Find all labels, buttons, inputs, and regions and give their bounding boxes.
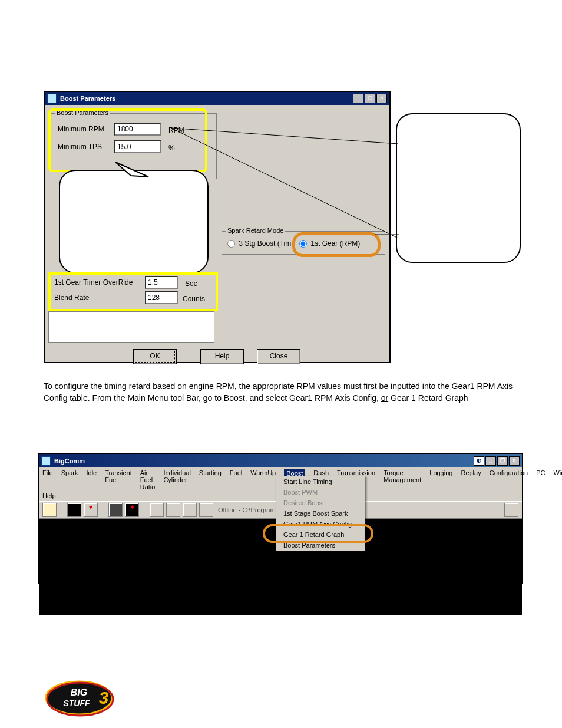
blank-panel-left [48, 311, 214, 343]
min-tps-unit: % [168, 144, 175, 152]
menu-spark[interactable]: Spark [61, 469, 78, 490]
toolbar-btn-10[interactable] [504, 503, 518, 517]
bigstuff3-logo: BIG STUFF 3 [44, 678, 114, 717]
toolbar-btn-1[interactable] [42, 503, 57, 517]
override-label: 1st Gear Timer OverRide [54, 278, 133, 286]
bigcomm-close-button[interactable]: × [509, 456, 520, 466]
blend-label: Blend Rate [54, 294, 89, 302]
callout-box-right [396, 113, 521, 263]
toolbar-btn-6[interactable] [150, 503, 164, 517]
menu-individual-cylinder[interactable]: Individual Cylinder [163, 469, 190, 490]
menu-air-fuel-ratio[interactable]: Air Fuel Ratio [140, 469, 156, 490]
radio-1st-gear-rpm[interactable]: 1st Gear (RPM) [299, 239, 360, 248]
menu-replay[interactable]: Replay [461, 469, 481, 490]
toolbar-btn-4[interactable] [108, 503, 123, 517]
boost-dropdown-menu: Start Line TimingBoost PWMDesired Boost1… [276, 476, 365, 551]
min-tps-input[interactable] [114, 140, 161, 153]
menu-warmup[interactable]: WarmUp [250, 469, 276, 490]
menu-starting[interactable]: Starting [199, 469, 222, 490]
menu-pc[interactable]: PC [536, 469, 545, 490]
menu-item-desired-boost: Desired Boost [276, 498, 365, 508]
close-button[interactable]: Close [257, 349, 300, 364]
spark-retard-mode-title: Spark Retard Mode [226, 227, 285, 234]
bigcomm-titlebar: BigComm ◐ _ ❐ × [39, 453, 522, 467]
menu-item-start-line-timing[interactable]: Start Line Timing [276, 476, 365, 487]
menu-logging[interactable]: Logging [429, 469, 452, 490]
min-rpm-label: Minimum RPM [58, 125, 104, 133]
toolbar-btn-9[interactable] [199, 503, 213, 517]
blend-input[interactable] [145, 291, 178, 304]
menu-idle[interactable]: Idle [87, 469, 97, 490]
svg-text:STUFF: STUFF [63, 699, 90, 708]
menu-item-1st-stage-boost-spark[interactable]: 1st Stage Boost Spark [276, 508, 365, 519]
min-rpm-input[interactable] [114, 123, 161, 136]
document-paragraph: To configure the timing retard based on … [44, 380, 527, 404]
menu-help[interactable]: Help [42, 492, 56, 499]
svg-text:BIG: BIG [71, 687, 87, 697]
menu-torque-management[interactable]: Torque Management [384, 469, 421, 490]
blend-unit: Counts [183, 295, 205, 303]
min-rpm-unit: RPM [168, 126, 184, 134]
menu-file[interactable]: File [42, 469, 53, 490]
svg-text:3: 3 [99, 688, 109, 707]
dialog-title: Boost Parameters [60, 95, 115, 102]
toolbar-btn-3[interactable]: ♥ [84, 503, 98, 517]
bigcomm-minimize-button[interactable]: _ [485, 456, 496, 466]
help-button[interactable]: Help [200, 349, 244, 364]
boost-parameters-group-title: Boost Parameters [55, 109, 110, 116]
app-icon [47, 94, 57, 103]
toolbar-btn-8[interactable] [183, 503, 197, 517]
bigcomm-restore-button[interactable]: ❐ [497, 456, 508, 466]
bigcomm-app-icon [41, 456, 51, 466]
menu-item-gear1-rpm-axis-config[interactable]: Gear1 RPM Axis Config [276, 519, 365, 529]
override-input[interactable] [145, 276, 178, 289]
maximize-button[interactable]: □ [365, 94, 375, 103]
toolbar-btn-2[interactable] [67, 503, 81, 517]
menu-windows[interactable]: Windows [553, 469, 562, 490]
menu-item-boost-parameters[interactable]: Boost Parameters [276, 540, 365, 551]
indicator-icon: ◐ [474, 456, 484, 466]
dialog-titlebar: Boost Parameters _ □ × [45, 91, 389, 105]
minimize-button[interactable]: _ [353, 94, 363, 103]
override-unit: Sec [185, 279, 197, 288]
menu-fuel[interactable]: Fuel [230, 469, 242, 490]
boost-parameters-dialog: Boost Parameters _ □ × Boost Parameters … [44, 91, 391, 363]
speech-bubble-left [59, 170, 209, 274]
toolbar-btn-7[interactable] [166, 503, 180, 517]
menu-transient-fuel[interactable]: Transient Fuel [105, 469, 131, 490]
ok-button[interactable]: OK [133, 349, 177, 364]
close-window-button[interactable]: × [376, 94, 387, 103]
toolbar-btn-5[interactable]: ✦ [125, 503, 139, 517]
bigcomm-window: BigComm ◐ _ ❐ × FileSparkIdleTransient F… [38, 453, 523, 584]
bigcomm-title: BigComm [54, 457, 85, 465]
menu-item-gear-1-retard-graph[interactable]: Gear 1 Retard Graph [276, 529, 365, 540]
menu-item-boost-pwm: Boost PWM [276, 487, 365, 498]
min-tps-label: Minimum TPS [58, 143, 102, 151]
menu-configuration[interactable]: Configuration [490, 469, 528, 490]
radio-3stg-boost[interactable]: 3 Stg Boost (Tim [227, 239, 291, 248]
